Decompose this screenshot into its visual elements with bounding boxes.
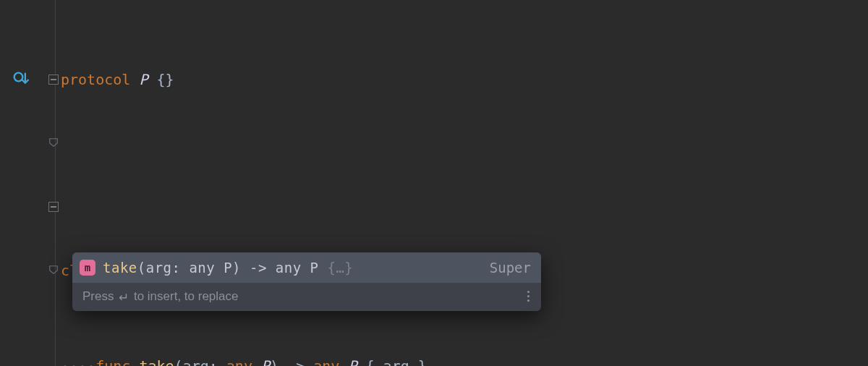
completion-item[interactable]: m take(arg: any P) -> any P {…} Super bbox=[72, 252, 541, 283]
code-line[interactable]: ····func take(arg: any P) -> any P { arg… bbox=[61, 350, 868, 366]
keyword: any bbox=[313, 357, 348, 366]
keyword: protocol bbox=[61, 71, 139, 88]
punctuation: : bbox=[209, 357, 226, 366]
fold-guide-line bbox=[55, 0, 56, 366]
gutter-icons bbox=[2, 0, 43, 366]
code-line-empty[interactable] bbox=[61, 159, 868, 191]
completion-hint-text: Press ↵ to insert, to replace bbox=[82, 290, 239, 302]
whitespace-dots: ···· bbox=[61, 357, 95, 366]
has-implementations-icon[interactable] bbox=[8, 67, 34, 93]
arg-label: arg bbox=[183, 357, 209, 366]
keyword: any bbox=[226, 357, 261, 366]
enter-key-icon: ↵ bbox=[119, 291, 129, 304]
code-line[interactable]: protocol P {} bbox=[61, 64, 868, 95]
code-editor[interactable]: protocol P {} class Super { ····func tak… bbox=[0, 0, 868, 366]
type-name: P bbox=[261, 357, 270, 366]
method-badge-icon: m bbox=[80, 260, 95, 276]
punctuation: ( bbox=[174, 357, 183, 366]
hint-prefix: Press bbox=[82, 289, 117, 303]
type-name: P bbox=[348, 357, 365, 366]
type-name: P bbox=[139, 71, 156, 88]
completion-origin: Super bbox=[478, 261, 531, 275]
punctuation: {} bbox=[156, 71, 174, 88]
fold-toggle-open[interactable] bbox=[48, 75, 59, 85]
hint-rest: to insert, to replace bbox=[130, 289, 238, 303]
punctuation: ) bbox=[270, 357, 287, 366]
function-body: { arg } bbox=[366, 357, 427, 366]
completion-signature: take(arg: any P) -> any P {…} bbox=[103, 261, 471, 275]
code-area[interactable]: protocol P {} class Super { ····func tak… bbox=[61, 0, 868, 366]
completion-sig-rest: (arg: any P) -> any P bbox=[137, 260, 328, 276]
completion-popup[interactable]: m take(arg: any P) -> any P {…} Super Pr… bbox=[72, 252, 541, 311]
function-name: take bbox=[139, 357, 174, 366]
more-options-icon[interactable] bbox=[527, 291, 531, 302]
fold-toggle-close[interactable] bbox=[48, 265, 59, 275]
svg-rect-3 bbox=[51, 206, 56, 208]
completion-hint-bar: Press ↵ to insert, to replace bbox=[72, 283, 541, 311]
fold-toggle-close[interactable] bbox=[48, 137, 59, 148]
keyword: func bbox=[95, 357, 139, 366]
completion-fn-name: take bbox=[103, 260, 137, 276]
svg-rect-2 bbox=[51, 79, 56, 80]
completion-body-hint: {…} bbox=[327, 260, 353, 276]
arrow: -> bbox=[287, 357, 313, 366]
fold-toggle-open[interactable] bbox=[48, 202, 59, 212]
